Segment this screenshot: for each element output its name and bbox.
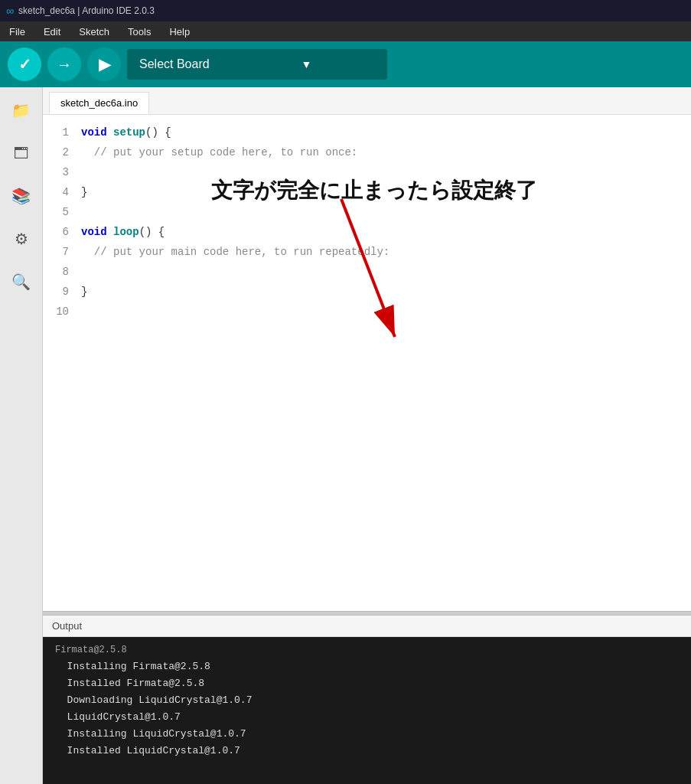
code-line-1: 1void setup() { xyxy=(43,122,691,142)
output-line: LiquidCrystal@1.0.7 xyxy=(55,709,679,726)
menu-item-sketch[interactable]: Sketch xyxy=(76,24,112,39)
menu-item-tools[interactable]: Tools xyxy=(125,24,154,39)
upload-icon: → xyxy=(57,56,72,74)
output-line: Installing Firmata@2.5.8 xyxy=(55,658,679,675)
output-line: Installed Firmata@2.5.8 xyxy=(55,675,679,692)
chevron-down-icon: ▼ xyxy=(301,58,312,70)
toolbar: ✓ → ▶ Select Board ▼ xyxy=(0,41,691,87)
menu-item-edit[interactable]: Edit xyxy=(41,24,64,39)
editor-area: sketch_dec6a.ino 1void setup() {2 // put… xyxy=(43,87,691,784)
output-line: Installed LiquidCrystal@1.0.7 xyxy=(55,743,679,760)
menu-item-help[interactable]: Help xyxy=(166,24,193,39)
title-icon: ∞ xyxy=(6,5,14,17)
line-number: 4 xyxy=(43,182,81,202)
tab-sketch[interactable]: sketch_dec6a.ino xyxy=(49,92,149,114)
sidebar-item-search[interactable]: 🔍 xyxy=(6,266,37,297)
upload-button[interactable]: → xyxy=(47,47,81,81)
output-header: Output xyxy=(43,616,691,637)
svg-line-1 xyxy=(341,199,395,337)
verify-button[interactable]: ✓ xyxy=(8,47,41,81)
sidebar-item-board[interactable]: 🗔 xyxy=(6,138,37,168)
menu-item-file[interactable]: File xyxy=(6,24,28,39)
menu-bar: FileEditSketchToolsHelp xyxy=(0,21,691,41)
line-number: 2 xyxy=(43,142,81,162)
line-number: 7 xyxy=(43,242,81,262)
tab-bar: sketch_dec6a.ino xyxy=(43,87,691,115)
line-number: 1 xyxy=(43,122,81,142)
board-selector[interactable]: Select Board ▼ xyxy=(127,49,387,80)
line-number: 5 xyxy=(43,202,81,222)
window-title: sketch_dec6a | Arduino IDE 2.0.3 xyxy=(18,5,155,16)
debugger-icon: ▶ xyxy=(99,55,110,74)
sidebar-item-debug[interactable]: ⚙ xyxy=(6,224,37,254)
sidebar-item-library[interactable]: 📚 xyxy=(6,181,37,211)
line-content: void setup() { xyxy=(81,122,691,142)
output-line: Firmata@2.5.8 xyxy=(55,642,679,658)
annotation-arrow xyxy=(318,191,441,360)
output-line: Installing LiquidCrystal@1.0.7 xyxy=(55,726,679,743)
board-selector-label: Select Board xyxy=(139,57,210,71)
line-number: 3 xyxy=(43,162,81,182)
main-layout: 📁 🗔 📚 ⚙ 🔍 sketch_dec6a.ino 1void setup()… xyxy=(0,87,691,784)
code-line-2: 2 // put your setup code here, to run on… xyxy=(43,142,691,162)
output-content[interactable]: Firmata@2.5.8 Installing Firmata@2.5.8 I… xyxy=(43,637,691,784)
sidebar: 📁 🗔 📚 ⚙ 🔍 xyxy=(0,87,43,784)
output-line: Downloading LiquidCrystal@1.0.7 xyxy=(55,692,679,709)
verify-icon: ✓ xyxy=(18,55,31,74)
title-bar: ∞ sketch_dec6a | Arduino IDE 2.0.3 xyxy=(0,0,691,21)
line-number: 10 xyxy=(43,302,81,322)
output-panel: Output Firmata@2.5.8 Installing Firmata@… xyxy=(43,616,691,784)
sidebar-item-folder[interactable]: 📁 xyxy=(6,95,37,126)
debugger-button[interactable]: ▶ xyxy=(87,47,121,81)
line-number: 8 xyxy=(43,262,81,282)
line-number: 6 xyxy=(43,222,81,242)
line-number: 9 xyxy=(43,282,81,302)
line-content: // put your setup code here, to run once… xyxy=(81,142,691,162)
